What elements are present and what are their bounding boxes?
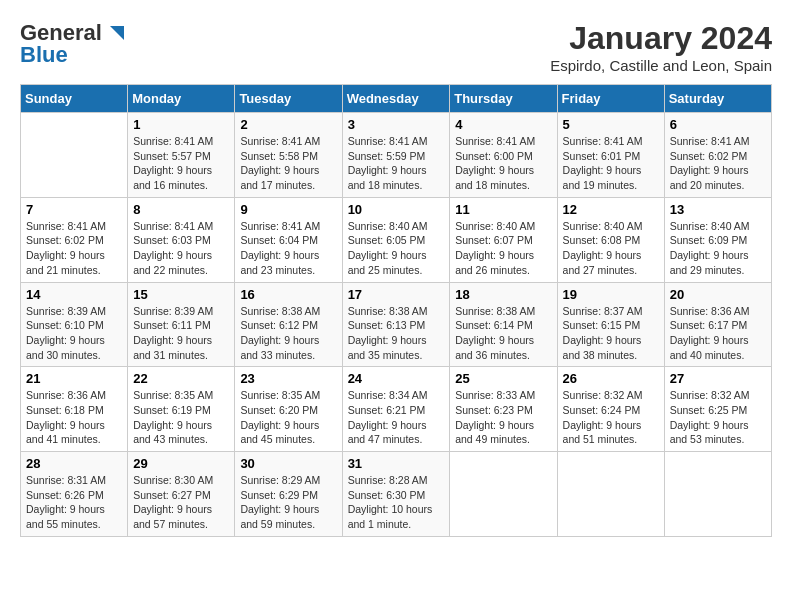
day-info: Sunrise: 8:38 AMSunset: 6:12 PMDaylight:… (240, 304, 336, 363)
day-number: 16 (240, 287, 336, 302)
day-info: Sunrise: 8:41 AMSunset: 6:00 PMDaylight:… (455, 134, 551, 193)
title-area: January 2024 Espirdo, Castille and Leon,… (550, 20, 772, 74)
day-info: Sunrise: 8:37 AMSunset: 6:15 PMDaylight:… (563, 304, 659, 363)
weekday-header-wednesday: Wednesday (342, 85, 450, 113)
day-cell (557, 452, 664, 537)
day-number: 30 (240, 456, 336, 471)
svg-marker-0 (110, 26, 124, 40)
day-number: 18 (455, 287, 551, 302)
day-cell: 21Sunrise: 8:36 AMSunset: 6:18 PMDayligh… (21, 367, 128, 452)
day-cell: 30Sunrise: 8:29 AMSunset: 6:29 PMDayligh… (235, 452, 342, 537)
day-cell (450, 452, 557, 537)
day-cell: 14Sunrise: 8:39 AMSunset: 6:10 PMDayligh… (21, 282, 128, 367)
day-info: Sunrise: 8:31 AMSunset: 6:26 PMDaylight:… (26, 473, 122, 532)
week-row-2: 7Sunrise: 8:41 AMSunset: 6:02 PMDaylight… (21, 197, 772, 282)
day-number: 4 (455, 117, 551, 132)
day-number: 21 (26, 371, 122, 386)
day-cell: 13Sunrise: 8:40 AMSunset: 6:09 PMDayligh… (664, 197, 771, 282)
day-number: 24 (348, 371, 445, 386)
day-number: 6 (670, 117, 766, 132)
day-cell: 24Sunrise: 8:34 AMSunset: 6:21 PMDayligh… (342, 367, 450, 452)
day-cell: 11Sunrise: 8:40 AMSunset: 6:07 PMDayligh… (450, 197, 557, 282)
day-cell: 6Sunrise: 8:41 AMSunset: 6:02 PMDaylight… (664, 113, 771, 198)
day-cell: 5Sunrise: 8:41 AMSunset: 6:01 PMDaylight… (557, 113, 664, 198)
day-cell: 28Sunrise: 8:31 AMSunset: 6:26 PMDayligh… (21, 452, 128, 537)
day-info: Sunrise: 8:40 AMSunset: 6:08 PMDaylight:… (563, 219, 659, 278)
day-number: 8 (133, 202, 229, 217)
day-cell: 8Sunrise: 8:41 AMSunset: 6:03 PMDaylight… (128, 197, 235, 282)
logo-triangle-icon (104, 22, 126, 44)
day-info: Sunrise: 8:28 AMSunset: 6:30 PMDaylight:… (348, 473, 445, 532)
header: General Blue January 2024 Espirdo, Casti… (20, 20, 772, 74)
day-info: Sunrise: 8:32 AMSunset: 6:25 PMDaylight:… (670, 388, 766, 447)
day-cell: 20Sunrise: 8:36 AMSunset: 6:17 PMDayligh… (664, 282, 771, 367)
day-number: 14 (26, 287, 122, 302)
day-cell: 27Sunrise: 8:32 AMSunset: 6:25 PMDayligh… (664, 367, 771, 452)
day-number: 31 (348, 456, 445, 471)
day-cell: 31Sunrise: 8:28 AMSunset: 6:30 PMDayligh… (342, 452, 450, 537)
day-number: 29 (133, 456, 229, 471)
day-info: Sunrise: 8:29 AMSunset: 6:29 PMDaylight:… (240, 473, 336, 532)
day-number: 11 (455, 202, 551, 217)
day-info: Sunrise: 8:35 AMSunset: 6:20 PMDaylight:… (240, 388, 336, 447)
day-cell: 3Sunrise: 8:41 AMSunset: 5:59 PMDaylight… (342, 113, 450, 198)
day-number: 7 (26, 202, 122, 217)
day-number: 27 (670, 371, 766, 386)
day-cell: 16Sunrise: 8:38 AMSunset: 6:12 PMDayligh… (235, 282, 342, 367)
day-cell: 19Sunrise: 8:37 AMSunset: 6:15 PMDayligh… (557, 282, 664, 367)
day-info: Sunrise: 8:36 AMSunset: 6:17 PMDaylight:… (670, 304, 766, 363)
day-cell: 26Sunrise: 8:32 AMSunset: 6:24 PMDayligh… (557, 367, 664, 452)
day-number: 10 (348, 202, 445, 217)
day-number: 1 (133, 117, 229, 132)
weekday-header-saturday: Saturday (664, 85, 771, 113)
weekday-header-thursday: Thursday (450, 85, 557, 113)
day-number: 15 (133, 287, 229, 302)
day-info: Sunrise: 8:40 AMSunset: 6:05 PMDaylight:… (348, 219, 445, 278)
weekday-header-monday: Monday (128, 85, 235, 113)
day-cell: 25Sunrise: 8:33 AMSunset: 6:23 PMDayligh… (450, 367, 557, 452)
day-info: Sunrise: 8:41 AMSunset: 5:57 PMDaylight:… (133, 134, 229, 193)
location-subtitle: Espirdo, Castille and Leon, Spain (550, 57, 772, 74)
day-cell: 9Sunrise: 8:41 AMSunset: 6:04 PMDaylight… (235, 197, 342, 282)
day-info: Sunrise: 8:38 AMSunset: 6:13 PMDaylight:… (348, 304, 445, 363)
day-cell: 29Sunrise: 8:30 AMSunset: 6:27 PMDayligh… (128, 452, 235, 537)
day-info: Sunrise: 8:41 AMSunset: 6:04 PMDaylight:… (240, 219, 336, 278)
day-number: 25 (455, 371, 551, 386)
day-cell: 23Sunrise: 8:35 AMSunset: 6:20 PMDayligh… (235, 367, 342, 452)
day-number: 28 (26, 456, 122, 471)
day-cell: 10Sunrise: 8:40 AMSunset: 6:05 PMDayligh… (342, 197, 450, 282)
day-info: Sunrise: 8:33 AMSunset: 6:23 PMDaylight:… (455, 388, 551, 447)
weekday-header-row: SundayMondayTuesdayWednesdayThursdayFrid… (21, 85, 772, 113)
week-row-5: 28Sunrise: 8:31 AMSunset: 6:26 PMDayligh… (21, 452, 772, 537)
week-row-1: 1Sunrise: 8:41 AMSunset: 5:57 PMDaylight… (21, 113, 772, 198)
weekday-header-tuesday: Tuesday (235, 85, 342, 113)
month-year-title: January 2024 (550, 20, 772, 57)
day-info: Sunrise: 8:36 AMSunset: 6:18 PMDaylight:… (26, 388, 122, 447)
day-cell (21, 113, 128, 198)
day-number: 12 (563, 202, 659, 217)
day-cell: 7Sunrise: 8:41 AMSunset: 6:02 PMDaylight… (21, 197, 128, 282)
day-info: Sunrise: 8:41 AMSunset: 5:58 PMDaylight:… (240, 134, 336, 193)
week-row-4: 21Sunrise: 8:36 AMSunset: 6:18 PMDayligh… (21, 367, 772, 452)
day-cell: 18Sunrise: 8:38 AMSunset: 6:14 PMDayligh… (450, 282, 557, 367)
day-info: Sunrise: 8:41 AMSunset: 5:59 PMDaylight:… (348, 134, 445, 193)
day-cell: 22Sunrise: 8:35 AMSunset: 6:19 PMDayligh… (128, 367, 235, 452)
day-number: 23 (240, 371, 336, 386)
day-number: 19 (563, 287, 659, 302)
day-number: 5 (563, 117, 659, 132)
day-info: Sunrise: 8:41 AMSunset: 6:03 PMDaylight:… (133, 219, 229, 278)
day-info: Sunrise: 8:41 AMSunset: 6:02 PMDaylight:… (670, 134, 766, 193)
weekday-header-sunday: Sunday (21, 85, 128, 113)
day-number: 20 (670, 287, 766, 302)
day-number: 26 (563, 371, 659, 386)
day-info: Sunrise: 8:41 AMSunset: 6:01 PMDaylight:… (563, 134, 659, 193)
day-info: Sunrise: 8:30 AMSunset: 6:27 PMDaylight:… (133, 473, 229, 532)
day-cell: 17Sunrise: 8:38 AMSunset: 6:13 PMDayligh… (342, 282, 450, 367)
day-number: 3 (348, 117, 445, 132)
day-info: Sunrise: 8:35 AMSunset: 6:19 PMDaylight:… (133, 388, 229, 447)
day-info: Sunrise: 8:38 AMSunset: 6:14 PMDaylight:… (455, 304, 551, 363)
day-info: Sunrise: 8:40 AMSunset: 6:07 PMDaylight:… (455, 219, 551, 278)
day-cell (664, 452, 771, 537)
weekday-header-friday: Friday (557, 85, 664, 113)
day-cell: 15Sunrise: 8:39 AMSunset: 6:11 PMDayligh… (128, 282, 235, 367)
